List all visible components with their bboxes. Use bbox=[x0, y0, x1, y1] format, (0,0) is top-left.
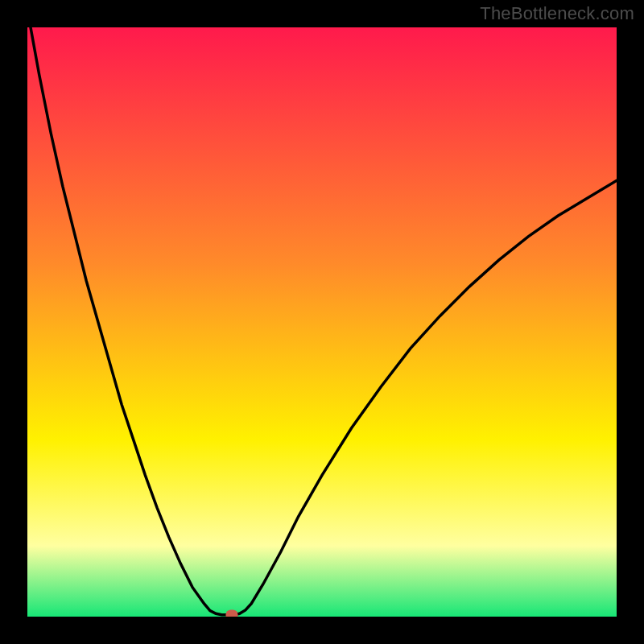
watermark-text: TheBottleneck.com bbox=[480, 3, 634, 24]
plot-area bbox=[27, 27, 617, 617]
chart-frame: TheBottleneck.com bbox=[0, 0, 644, 644]
curve-left-branch bbox=[27, 27, 228, 615]
curve-right-branch bbox=[233, 180, 617, 614]
bottleneck-curve bbox=[27, 27, 617, 617]
minimum-marker-dot bbox=[226, 609, 238, 617]
